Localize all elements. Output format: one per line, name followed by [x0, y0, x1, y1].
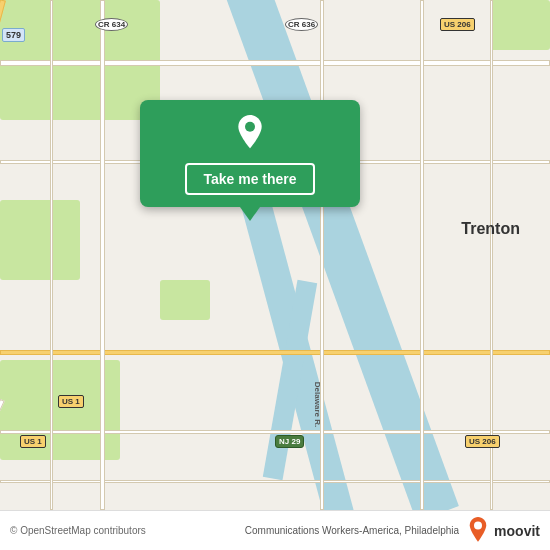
road-h1 [0, 60, 550, 66]
route-badge-us206-s: US 206 [465, 435, 500, 448]
moovit-pin-icon [467, 517, 489, 545]
road-h3 [0, 350, 550, 355]
route-badge-cr634: CR 634 [95, 18, 128, 31]
svg-point-0 [245, 122, 255, 132]
map-container: CR 634 CR 636 579 US 206 US 1 US 1 US 20… [0, 0, 550, 510]
route-badge-nj29: NJ 29 [275, 435, 304, 448]
green-area-west [0, 200, 80, 280]
road-h4 [0, 430, 550, 434]
popup-card: Take me there [140, 100, 360, 207]
road-h5 [0, 480, 550, 483]
delaware-river-label: Delaware R. [313, 382, 322, 427]
route-badge-us206-n: US 206 [440, 18, 475, 31]
road-v4 [490, 0, 493, 510]
moovit-brand-text: moovit [494, 523, 540, 539]
route-badge-us1-a: US 1 [58, 395, 84, 408]
take-me-there-button[interactable]: Take me there [185, 163, 314, 195]
route-badge-cr636: CR 636 [285, 18, 318, 31]
green-area-center [160, 280, 210, 320]
bottom-bar: © OpenStreetMap contributors Communicati… [0, 510, 550, 550]
road-v1 [100, 0, 105, 510]
road-v5 [50, 0, 53, 510]
moovit-logo: moovit [467, 517, 540, 545]
route-badge-579: 579 [2, 28, 25, 42]
green-area-ne [490, 0, 550, 50]
city-label: Trenton [461, 220, 520, 238]
road-v2 [320, 0, 324, 510]
svg-point-1 [474, 521, 482, 529]
road-v3 [420, 0, 424, 510]
route-badge-us1-b: US 1 [20, 435, 46, 448]
location-pin-icon [230, 115, 270, 155]
location-text: Communications Workers-America, Philadel… [245, 525, 459, 536]
copyright-text: © OpenStreetMap contributors [10, 525, 237, 536]
